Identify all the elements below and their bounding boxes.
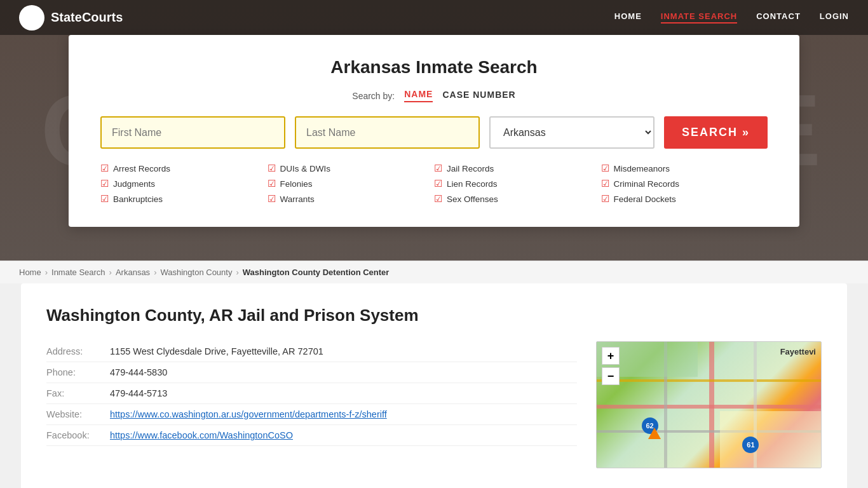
checklist-item: ☑ Misdemeanors bbox=[601, 163, 768, 174]
nav-inmate-search[interactable]: INMATE SEARCH bbox=[661, 11, 737, 24]
breadcrumb-home[interactable]: Home bbox=[19, 268, 41, 277]
check-icon: ☑ bbox=[601, 178, 609, 189]
phone-value: 479-444-5830 bbox=[110, 367, 167, 377]
state-select[interactable]: Arkansas bbox=[489, 116, 654, 149]
facebook-value: https://www.facebook.com/WashingtonCoSO bbox=[110, 430, 293, 440]
search-card-title: Arkansas Inmate Search bbox=[100, 57, 768, 78]
map-road-h bbox=[597, 405, 821, 409]
checklist-item: ☑ Sex Offenses bbox=[434, 193, 601, 205]
fax-row: Fax: 479-444-5713 bbox=[46, 383, 577, 404]
website-link[interactable]: https://www.co.washington.ar.us/governme… bbox=[110, 409, 387, 419]
check-icon: ☑ bbox=[434, 193, 442, 205]
checklist-item: ☑ Judgments bbox=[100, 178, 268, 189]
info-section: Address: 1155 West Clydesdale Drive, Fay… bbox=[46, 341, 577, 468]
facility-title: Washington County, AR Jail and Prison Sy… bbox=[46, 306, 822, 325]
checklist-item: ☑ Lien Records bbox=[434, 178, 601, 189]
navbar: 🏛 StateCourts HOME INMATE SEARCH CONTACT… bbox=[0, 0, 868, 35]
map-road-h2 bbox=[597, 379, 821, 382]
nav-login[interactable]: LOGIN bbox=[820, 11, 849, 24]
breadcrumb-washington-county[interactable]: Washington County bbox=[160, 268, 232, 277]
hero-section: COURTHOUSE 🏛 StateCourts HOME INMATE SEA… bbox=[0, 0, 868, 261]
map-zoom-in[interactable]: + bbox=[602, 347, 620, 365]
search-card: Arkansas Inmate Search Search by: NAME C… bbox=[69, 35, 799, 227]
map-patch2 bbox=[720, 411, 821, 468]
search-by-row: Search by: NAME CASE NUMBER bbox=[100, 89, 768, 102]
breadcrumb-sep: › bbox=[236, 268, 238, 277]
breadcrumb: Home › Inmate Search › Arkansas › Washin… bbox=[0, 261, 868, 283]
website-label: Website: bbox=[46, 409, 97, 419]
breadcrumb-current: Washington County Detention Center bbox=[243, 268, 390, 277]
phone-label: Phone: bbox=[46, 367, 97, 377]
last-name-input[interactable] bbox=[295, 116, 480, 149]
map-city-label: Fayettevi bbox=[780, 347, 816, 356]
site-name: StateCourts bbox=[51, 10, 123, 25]
nav-links: HOME INMATE SEARCH CONTACT LOGIN bbox=[614, 11, 849, 24]
checklist-item: ☑ Federal Dockets bbox=[601, 193, 768, 205]
checklist-item: ☑ Bankruptcies bbox=[100, 193, 268, 205]
tab-name[interactable]: NAME bbox=[404, 89, 433, 102]
checklist-item: ☑ Jail Records bbox=[434, 163, 601, 174]
address-value: 1155 West Clydesdale Drive, Fayetteville… bbox=[110, 346, 323, 356]
checklist-col-4: ☑ Misdemeanors ☑ Criminal Records ☑ Fede… bbox=[601, 163, 768, 205]
breadcrumb-sep: › bbox=[45, 268, 48, 277]
site-logo: 🏛 StateCourts bbox=[19, 5, 123, 30]
website-value: https://www.co.washington.ar.us/governme… bbox=[110, 409, 387, 419]
check-icon: ☑ bbox=[434, 178, 442, 189]
checklist-item: ☑ Arrest Records bbox=[100, 163, 268, 174]
address-row: Address: 1155 West Clydesdale Drive, Fay… bbox=[46, 341, 577, 362]
check-icon: ☑ bbox=[100, 163, 109, 174]
first-name-input[interactable] bbox=[100, 116, 285, 149]
checklist-grid: ☑ Arrest Records ☑ Judgments ☑ Bankruptc… bbox=[100, 163, 768, 205]
breadcrumb-sep: › bbox=[109, 268, 112, 277]
fax-value: 479-444-5713 bbox=[110, 388, 167, 398]
facebook-row: Facebook: https://www.facebook.com/Washi… bbox=[46, 425, 577, 446]
search-by-label: Search by: bbox=[352, 91, 395, 101]
checklist-col-2: ☑ DUIs & DWIs ☑ Felonies ☑ Warrants bbox=[268, 163, 435, 205]
facebook-label: Facebook: bbox=[46, 430, 97, 440]
nav-home[interactable]: HOME bbox=[614, 11, 642, 24]
check-icon: ☑ bbox=[434, 163, 442, 174]
nav-contact[interactable]: CONTACT bbox=[756, 11, 801, 24]
map-marker bbox=[648, 428, 661, 439]
check-icon: ☑ bbox=[268, 193, 276, 205]
phone-row: Phone: 479-444-5830 bbox=[46, 362, 577, 383]
map-road-badge-61: 61 bbox=[742, 437, 759, 453]
facebook-link[interactable]: https://www.facebook.com/WashingtonCoSO bbox=[110, 430, 293, 440]
content-flex: Address: 1155 West Clydesdale Drive, Fay… bbox=[46, 341, 822, 468]
map-zoom-out[interactable]: − bbox=[602, 367, 620, 385]
breadcrumb-arkansas[interactable]: Arkansas bbox=[116, 268, 150, 277]
checklist-item: ☑ Felonies bbox=[268, 178, 435, 189]
checklist-col-3: ☑ Jail Records ☑ Lien Records ☑ Sex Offe… bbox=[434, 163, 601, 205]
check-icon: ☑ bbox=[100, 193, 109, 205]
search-inputs-row: Arkansas SEARCH » bbox=[100, 116, 768, 149]
search-button[interactable]: SEARCH » bbox=[664, 116, 768, 149]
checklist-item: ☑ Warrants bbox=[268, 193, 435, 205]
check-icon: ☑ bbox=[100, 178, 109, 189]
breadcrumb-sep: › bbox=[154, 268, 156, 277]
map-placeholder[interactable]: 62 61 Fayettevi + − bbox=[596, 341, 822, 468]
logo-icon: 🏛 bbox=[19, 5, 44, 30]
checklist-col-1: ☑ Arrest Records ☑ Judgments ☑ Bankruptc… bbox=[100, 163, 268, 205]
checklist-item: ☑ DUIs & DWIs bbox=[268, 163, 435, 174]
tab-case-number[interactable]: CASE NUMBER bbox=[442, 90, 515, 102]
address-label: Address: bbox=[46, 346, 97, 356]
main-content: Washington County, AR Jail and Prison Sy… bbox=[0, 283, 868, 488]
website-row: Website: https://www.co.washington.ar.us… bbox=[46, 404, 577, 425]
map-section: 62 61 Fayettevi + − bbox=[596, 341, 822, 468]
checklist-item: ☑ Criminal Records bbox=[601, 178, 768, 189]
check-icon: ☑ bbox=[268, 163, 276, 174]
fax-label: Fax: bbox=[46, 388, 97, 398]
breadcrumb-inmate-search[interactable]: Inmate Search bbox=[51, 268, 105, 277]
check-icon: ☑ bbox=[601, 193, 609, 205]
check-icon: ☑ bbox=[268, 178, 276, 189]
check-icon: ☑ bbox=[601, 163, 609, 174]
content-card: Washington County, AR Jail and Prison Sy… bbox=[21, 283, 847, 488]
